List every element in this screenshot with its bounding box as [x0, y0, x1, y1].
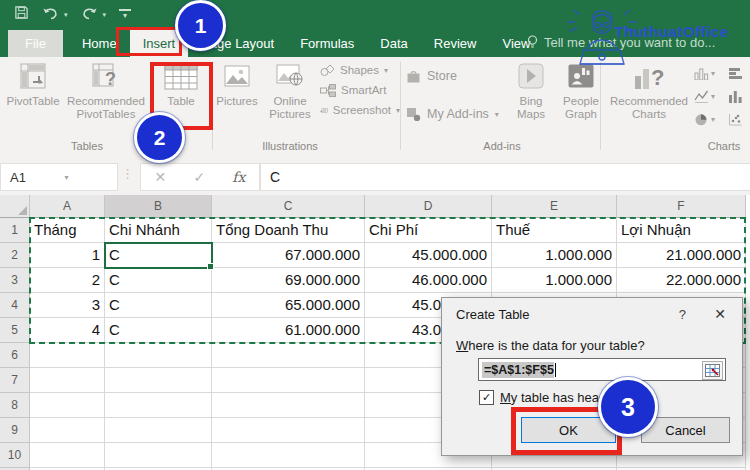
- cell-C4[interactable]: 65.000.000: [212, 293, 365, 318]
- cell-D1[interactable]: Chi Phí: [365, 218, 492, 243]
- cell-A5[interactable]: 4: [30, 318, 105, 343]
- range-picker-icon[interactable]: [702, 361, 723, 380]
- insert-function-icon[interactable]: fx: [232, 169, 245, 185]
- cell-B8[interactable]: [105, 393, 212, 418]
- row-header-6[interactable]: 6: [0, 343, 30, 368]
- row-header-4[interactable]: 4: [0, 293, 30, 318]
- row-header-10[interactable]: 10: [0, 443, 30, 468]
- formula-bar-resize-handle[interactable]: ⋮: [121, 166, 134, 181]
- column-header-C[interactable]: C: [212, 195, 365, 218]
- cancel-entry-icon[interactable]: ✕: [155, 169, 167, 185]
- cell-B1[interactable]: Chi Nhánh: [105, 218, 212, 243]
- column-header-E[interactable]: E: [492, 195, 617, 218]
- cell-B6[interactable]: [105, 343, 212, 368]
- cell-A9[interactable]: [30, 418, 105, 443]
- cell-B3[interactable]: C: [105, 268, 212, 293]
- cell-A4[interactable]: 3: [30, 293, 105, 318]
- cell-C9[interactable]: [212, 418, 365, 443]
- row-header-8[interactable]: 8: [0, 393, 30, 418]
- cell-C7[interactable]: [212, 368, 365, 393]
- line-chart-button[interactable]: ▾: [694, 85, 720, 108]
- dialog-help-icon[interactable]: ?: [679, 307, 686, 322]
- scatter-chart-button[interactable]: [728, 108, 750, 131]
- headers-checkbox[interactable]: ✓: [479, 390, 494, 405]
- cell-C3[interactable]: 69.000.000: [212, 268, 365, 293]
- cell-B7[interactable]: [105, 368, 212, 393]
- tab-home[interactable]: Home: [69, 30, 130, 57]
- save-icon[interactable]: [14, 5, 29, 24]
- column-header-F[interactable]: F: [617, 195, 746, 218]
- dialog-close-icon[interactable]: ✕: [714, 306, 726, 322]
- redo-icon[interactable]: [81, 6, 98, 24]
- tab-data[interactable]: Data: [367, 30, 420, 57]
- column-chart-button[interactable]: ▾: [694, 62, 720, 85]
- store-button[interactable]: Store: [406, 64, 499, 88]
- name-box[interactable]: A1 ▾: [0, 163, 118, 191]
- cell-E1[interactable]: Thuế: [492, 218, 617, 243]
- cell-C1[interactable]: Tổng Doanh Thu: [212, 218, 365, 243]
- cell-E3[interactable]: 1.000.000: [492, 268, 617, 293]
- table-range-input[interactable]: =$A$1:$F$5: [478, 358, 726, 381]
- cell-A2[interactable]: 1: [30, 243, 105, 268]
- customize-qat-icon[interactable]: ▾: [119, 9, 131, 20]
- redo-dropdown-icon[interactable]: ▾: [103, 11, 107, 19]
- confirm-entry-icon[interactable]: ✓: [193, 169, 205, 185]
- column-header-B[interactable]: B: [105, 195, 212, 218]
- cell-F2[interactable]: 21.000.000: [617, 243, 746, 268]
- dialog-title: Create Table: [456, 307, 529, 322]
- cell-C10[interactable]: [212, 443, 365, 468]
- cell-A1[interactable]: Tháng: [30, 218, 105, 243]
- svg-text:?: ?: [651, 65, 664, 90]
- recommended-pivottables-button[interactable]: ? Recommended PivotTables: [62, 60, 150, 121]
- cell-F1[interactable]: Lợi Nhuận: [617, 218, 746, 243]
- row-header-3[interactable]: 3: [0, 268, 30, 293]
- undo-dropdown-icon[interactable]: ▾: [64, 11, 68, 19]
- smartart-button[interactable]: SmartArt: [320, 82, 400, 98]
- select-all-corner[interactable]: [0, 195, 30, 218]
- row-header-2[interactable]: 2: [0, 243, 30, 268]
- name-box-dropdown-icon[interactable]: ▾: [56, 173, 118, 182]
- column-chart-2-button[interactable]: [728, 85, 750, 108]
- shapes-button[interactable]: Shapes▾: [320, 62, 400, 78]
- pictures-button[interactable]: Pictures: [212, 60, 262, 108]
- cell-B2[interactable]: C: [105, 243, 212, 268]
- row-header-9[interactable]: 9: [0, 418, 30, 443]
- cell-A6[interactable]: [30, 343, 105, 368]
- cell-B4[interactable]: C: [105, 293, 212, 318]
- cell-A7[interactable]: [30, 368, 105, 393]
- tab-review[interactable]: Review: [421, 30, 490, 57]
- recommended-charts-label: Recommended Charts: [604, 95, 694, 121]
- column-header-D[interactable]: D: [365, 195, 492, 218]
- cell-D3[interactable]: 46.000.000: [365, 268, 492, 293]
- cell-B10[interactable]: [105, 443, 212, 468]
- pivottable-button[interactable]: PivotTable: [4, 60, 62, 108]
- pie-chart-button[interactable]: ▾: [694, 108, 720, 131]
- cell-B5[interactable]: C: [105, 318, 212, 343]
- online-pictures-button[interactable]: Online Pictures: [262, 60, 318, 121]
- column-header-A[interactable]: A: [30, 195, 105, 218]
- bing-maps-button[interactable]: Bing Maps: [506, 60, 556, 121]
- table-button[interactable]: Table: [150, 60, 212, 108]
- tab-file[interactable]: File: [8, 30, 63, 57]
- undo-icon[interactable]: [42, 6, 59, 24]
- my-addins-button[interactable]: My Add-ins▾: [406, 102, 499, 126]
- row-header-1[interactable]: 1: [0, 218, 30, 243]
- cell-C8[interactable]: [212, 393, 365, 418]
- cell-B9[interactable]: [105, 418, 212, 443]
- screenshot-icon: [320, 104, 328, 117]
- cell-A3[interactable]: 2: [30, 268, 105, 293]
- cell-C5[interactable]: 61.000.000: [212, 318, 365, 343]
- cell-A10[interactable]: [30, 443, 105, 468]
- cell-C6[interactable]: [212, 343, 365, 368]
- formula-input[interactable]: C: [260, 163, 750, 191]
- row-header-7[interactable]: 7: [0, 368, 30, 393]
- screenshot-button[interactable]: Screenshot▾: [320, 102, 400, 118]
- cell-A8[interactable]: [30, 393, 105, 418]
- cell-C2[interactable]: 67.000.000: [212, 243, 365, 268]
- row-header-5[interactable]: 5: [0, 318, 30, 343]
- bar-chart-button[interactable]: [728, 62, 750, 85]
- cell-E2[interactable]: 1.000.000: [492, 243, 617, 268]
- cell-D2[interactable]: 45.000.000: [365, 243, 492, 268]
- cell-F3[interactable]: 22.000.000: [617, 268, 746, 293]
- tab-formulas[interactable]: Formulas: [287, 30, 367, 57]
